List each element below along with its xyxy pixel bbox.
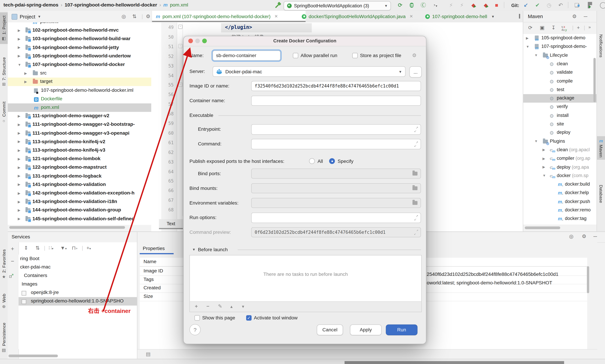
project-panel-header[interactable]: Project ▼ ◎ ⇅ | ⚙ ─ [8,11,151,23]
service-item[interactable]: Images [18,280,137,289]
chevron-down-icon[interactable]: ▼ [542,174,546,178]
profiler-button[interactable]: ◔▾ [431,1,439,10]
expand-field-icon[interactable] [414,216,418,220]
fold-marker-icon[interactable]: − [178,44,182,48]
add-maven-project-button[interactable]: + [577,25,580,30]
breadcrumb[interactable]: tech-pdai-spring-demos › 107-springboot-… [3,2,188,8]
tree-item[interactable]: ▶142-springboot-demo-validation-exceptio… [8,189,158,197]
tree-item[interactable]: validate [523,68,596,77]
move-down-button[interactable]: ▼ [241,304,245,309]
tree-item[interactable]: DDockerfile [8,95,158,104]
download-sources-icon[interactable]: ↧ [551,25,556,30]
tree-item[interactable]: install [523,111,596,120]
stripe-button-web[interactable]: Web⊕ [0,291,8,312]
fold-marker-icon[interactable]: − [178,25,182,29]
collapse-section-icon[interactable]: ▼ [192,248,195,252]
search-everywhere-icon[interactable]: ◯ [599,1,605,9]
show-this-page-checkbox[interactable] [194,315,200,321]
tree-item[interactable]: ▶121-springboot-demo-lombok [8,155,158,163]
tree-item[interactable]: ▼docker (com.sp [523,172,596,180]
chevron-right-icon[interactable]: ▶ [24,71,27,75]
stop-button[interactable]: ■ [492,1,501,9]
tree-item[interactable]: ▶103-springboot-demo-helloworld-build-wa… [8,35,158,43]
tree-item[interactable]: docker:build [523,180,596,189]
browse-folder-icon[interactable] [412,172,417,176]
help-button[interactable]: ? [190,324,201,335]
chevron-right-icon[interactable]: ▶ [18,165,21,169]
tab-properties[interactable]: Properties [143,246,165,251]
settings-gear-icon[interactable]: ⚙ [572,13,577,19]
chevron-right-icon[interactable]: ▶ [18,217,21,221]
expand-all-icon[interactable]: ⇕ [24,245,28,251]
tree-item[interactable]: pom.xml [8,104,158,112]
toggle-versions-icon[interactable]: v.x4v.y [561,26,567,32]
service-item[interactable]: cker-pdai-mac [18,263,137,272]
editor-tab[interactable]: docker/SpringBootHelloWorldApplication.j… [298,11,429,22]
cancel-button[interactable]: Cancel [317,325,343,335]
chevron-right-icon[interactable]: ▶ [18,148,21,152]
chevron-right-icon[interactable]: ▶ [18,183,21,187]
expand-field-icon[interactable] [414,142,418,146]
image-id-input[interactable]: f32540f6d23d102d252bcdb4f244f8fe88c47476… [251,81,421,91]
tree-item[interactable]: verify [523,103,596,111]
environment-variables-input[interactable] [251,198,421,208]
settings-gear-icon[interactable]: ⚙ [582,234,586,239]
browse-folder-icon[interactable] [412,201,417,205]
chevron-right-icon[interactable]: ▶ [542,148,545,152]
settings-gear-icon[interactable]: ⚙ [146,13,150,19]
server-select[interactable]: Docker-pdai-mac ▼ [213,66,406,77]
chevron-right-icon[interactable]: ▶ [18,28,21,32]
run-configuration-select[interactable]: SpringBootHelloWorldApplication (3) ▼ [283,1,391,10]
run-options-input[interactable] [251,213,421,223]
add-service-button[interactable]: + [11,245,14,252]
breadcrumb-file[interactable]: pom.xml [170,2,188,8]
run-anything-button[interactable]: ▛▶ [586,1,594,9]
reimport-maven-icon[interactable]: ⟳ [528,25,533,30]
hide-panel-button[interactable]: ─ [584,13,587,19]
tree-item[interactable]: clean [523,60,596,68]
tree-item[interactable]: ▶clean (org.apacl [523,146,596,154]
tree-item[interactable]: docker:tag [523,215,596,223]
container-name-input[interactable] [251,96,421,106]
chevron-right-icon[interactable]: ▶ [18,140,21,144]
scroll-to-source-icon[interactable]: ↗ [10,273,14,278]
chevron-down-icon[interactable]: ▼ [534,139,538,143]
maven-vertical-scrollbar[interactable] [593,58,596,102]
tree-item[interactable]: ▼Plugins [523,137,596,146]
add-service-toolbar-icon[interactable]: ⊓+ [72,245,78,251]
locate-file-button[interactable]: ◎ [569,234,574,239]
editor-tab[interactable]: 107-springboot-demo-helloworld-▼ [421,11,499,22]
collapse-all-button[interactable]: ⇅ [132,13,137,19]
generate-sources-icon[interactable]: ▣ [540,25,544,30]
stripe-button----favorites[interactable]: 2: Favorites★ [0,247,8,282]
tree-item[interactable]: ▶131-springboot-demo-logback [8,172,158,181]
tree-item[interactable]: docker:remo [523,206,596,215]
tree-item[interactable]: ▶src [8,69,158,78]
tree-item[interactable]: ▶122-springboot-demo-mapstruct [8,163,158,172]
breadcrumb-module[interactable]: 107-springboot-demo-helloworld-docker [64,2,157,8]
tree-item[interactable]: ▶104-springboot-demo-helloworld-jetty [8,43,158,52]
chevron-right-icon[interactable]: ▶ [18,191,21,195]
chevron-right-icon[interactable]: ▶ [18,123,21,127]
editor-bottom-tab-text[interactable]: Text [159,219,183,228]
project-horizontal-scrollbar[interactable] [9,226,125,229]
chevron-right-icon[interactable]: ▶ [18,157,21,161]
chevron-down-icon[interactable]: ▼ [534,53,538,57]
chevron-right-icon[interactable]: ▶ [542,156,545,160]
locate-file-button[interactable]: ◎ [121,13,126,19]
store-as-project-file-checkbox[interactable] [352,53,358,58]
properties-vertical-scrollbar[interactable] [587,266,589,293]
before-launch-task-list[interactable]: There are no tasks to run before launch … [190,255,422,312]
chevron-right-icon[interactable]: ▶ [18,114,21,118]
filter-icon[interactable]: ▼▾ [60,245,67,251]
close-tab-icon[interactable]: ✕ [410,14,413,19]
chevron-right-icon[interactable]: ▶ [18,174,21,178]
tree-item[interactable]: ▶111-springboot-demo-swagger-v3-openapi [8,129,158,138]
stripe-button-database[interactable]: Database [597,182,605,205]
debug-button[interactable] [410,3,414,8]
command-input[interactable] [251,139,421,149]
project-structure-button[interactable]: ❏ [573,1,581,9]
editor-tab[interactable]: mpom.xml (107-springboot-demo-helloworld… [152,11,306,22]
tree-item[interactable]: ▶113-springboot-demo-knife4j-v2 [8,138,158,146]
tree-item[interactable]: ▶deploy (org.apa [523,163,596,172]
